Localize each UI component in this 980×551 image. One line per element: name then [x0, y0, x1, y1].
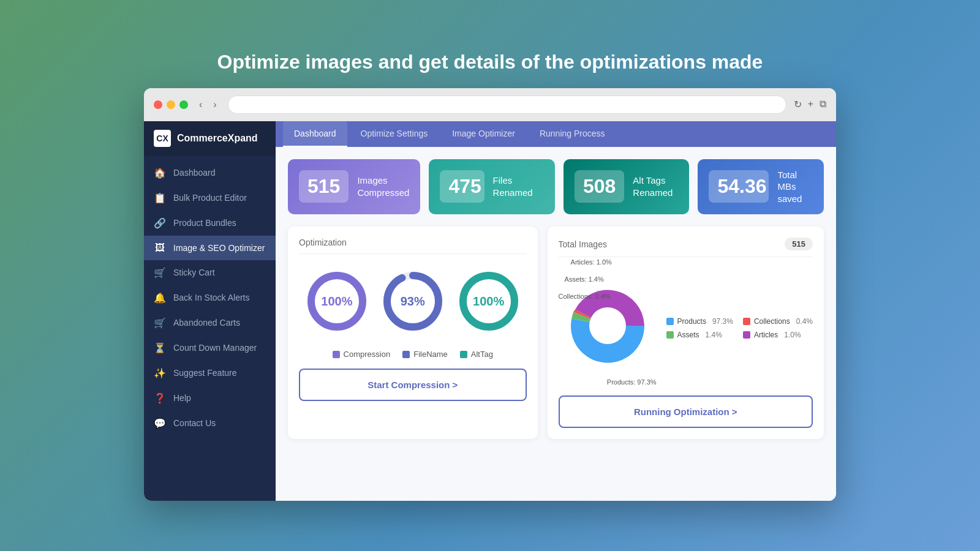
compression-percent: 100% — [321, 294, 352, 309]
sidebar-icon-product-bundles: 🔗 — [154, 217, 166, 229]
sidebar-label-bulk-product-editor: Bulk Product Editor — [173, 193, 247, 203]
running-optimization-row: Running Optimization > — [559, 395, 813, 428]
assets-dot — [666, 331, 674, 339]
sidebar-item-help[interactable]: ❓ Help — [144, 386, 276, 411]
optimization-chart-title: Optimization — [299, 238, 527, 254]
traffic-lights — [154, 100, 188, 109]
nav-buttons: ‹ › — [195, 98, 221, 111]
articles-dot — [743, 331, 750, 339]
compression-legend-label: Compression — [344, 350, 391, 359]
legend-collections: Collections 0.4% — [743, 317, 813, 326]
articles-legend-value: 1.0% — [784, 331, 801, 339]
stat-label-alt-tags-renamed: Alt TagsRenamed — [633, 174, 673, 198]
tab-image-optimizer[interactable]: Image Optimizer — [441, 121, 526, 147]
tab-optimize-settings[interactable]: Optimize Settings — [350, 121, 439, 147]
total-images-title: Total Images — [559, 239, 607, 249]
sidebar-item-countdown-manager[interactable]: ⏳ Count Down Manager — [144, 335, 276, 361]
sidebar-label-countdown-manager: Count Down Manager — [173, 343, 257, 353]
sidebar-label-sticky-cart: Sticky Cart — [173, 268, 215, 277]
stat-number-alt-tags-renamed: 508 — [575, 170, 624, 203]
pie-content: Articles: 1.0% Assets: 1.4% Collections:… — [559, 264, 813, 386]
start-compression-row: Start Compression > — [299, 369, 527, 401]
stat-number-total-mbs-saved: 54.36 — [709, 170, 769, 203]
products-dot — [666, 318, 674, 325]
tabs-bar: DashboardOptimize SettingsImage Optimize… — [276, 121, 836, 147]
pie-hole — [589, 307, 626, 344]
sidebar-icon-bulk-product-editor: 📋 — [154, 192, 166, 204]
sidebar-nav: 🏠 Dashboard 📋 Bulk Product Editor 🔗 Prod… — [144, 156, 276, 501]
app-logo: CX CommerceXpand — [144, 121, 276, 156]
chart-area: 100% 93% — [299, 261, 527, 341]
legend-compression: Compression — [333, 350, 391, 359]
close-button[interactable] — [154, 100, 162, 109]
stat-card-files-renamed: 475 Files Renamed — [429, 159, 555, 215]
sidebar-item-image-seo-optimizer[interactable]: 🖼 Image & SEO Optimizer — [144, 236, 276, 260]
sidebar-item-sticky-cart[interactable]: 🛒 Sticky Cart — [144, 260, 276, 285]
assets-legend-value: 1.4% — [706, 331, 722, 339]
sidebar-item-suggest-feature[interactable]: ✨ Suggest Feature — [144, 361, 276, 386]
back-button[interactable]: ‹ — [195, 98, 206, 111]
total-images-card: Total Images 515 Articles: 1.0% Assets: … — [548, 227, 824, 439]
alttag-donut: 100% — [455, 268, 522, 335]
pie-legend-area: Products 97.3% Collections 0.4% — [666, 311, 813, 339]
stat-card-images-compressed: 515 ImagesCompressed — [288, 159, 420, 215]
charts-row: Optimization 100% — [288, 227, 824, 439]
compression-donut: 100% — [303, 268, 371, 335]
stat-label-images-compressed: ImagesCompressed — [357, 174, 409, 198]
forward-button[interactable]: › — [209, 98, 220, 111]
app-name: CommerceXpand — [177, 133, 258, 144]
collections-legend-label: Collections — [754, 317, 790, 326]
alttag-percent: 100% — [473, 294, 504, 309]
stats-row: 515 ImagesCompressed 475 Files Renamed 5… — [288, 159, 824, 215]
optimization-chart-card: Optimization 100% — [288, 227, 538, 439]
filename-legend-dot — [402, 351, 410, 358]
sidebar-icon-sticky-cart: 🛒 — [154, 267, 166, 279]
assets-legend-label: Assets — [677, 331, 699, 339]
legend-filename: FileName — [402, 350, 448, 359]
stat-label-files-renamed: Files Renamed — [493, 174, 544, 198]
sidebar-label-abandoned-carts: Abandoned Carts — [173, 318, 240, 328]
filename-percent: 93% — [401, 294, 425, 309]
products-label-floating: Products: 97.3% — [559, 378, 657, 386]
address-bar[interactable] — [228, 96, 786, 114]
collections-dot — [743, 318, 750, 325]
sidebar-label-product-bundles: Product Bundles — [173, 218, 236, 228]
chart-legend: Compression FileName AltTag — [299, 350, 527, 359]
sidebar-icon-countdown-manager: ⏳ — [154, 342, 166, 354]
page-headline: Optimize images and get details of the o… — [217, 51, 763, 73]
new-tab-icon[interactable]: + — [808, 99, 813, 110]
sidebar: CX CommerceXpand 🏠 Dashboard 📋 Bulk Prod… — [144, 121, 276, 501]
collections-label: Collections: 0.4% — [559, 293, 611, 300]
sidebar-item-back-in-stock[interactable]: 🔔 Back In Stock Alerts — [144, 285, 276, 310]
windows-icon[interactable]: ⧉ — [820, 99, 826, 110]
articles-legend-label: Articles — [754, 331, 778, 339]
dashboard-content: 515 ImagesCompressed 475 Files Renamed 5… — [276, 147, 836, 501]
browser-window: ‹ › ↻ + ⧉ CX CommerceXpand 🏠 Dashboard 📋… — [144, 88, 836, 501]
sidebar-label-image-seo-optimizer: Image & SEO Optimizer — [173, 243, 265, 253]
sidebar-item-dashboard[interactable]: 🏠 Dashboard — [144, 160, 276, 186]
sidebar-label-contact-us: Contact Us — [173, 418, 216, 428]
tab-running-process[interactable]: Running Process — [529, 121, 616, 147]
stat-label-total-mbs-saved: Total MBssaved — [777, 169, 813, 205]
stat-card-alt-tags-renamed: 508 Alt TagsRenamed — [564, 159, 690, 215]
filename-donut: 93% — [379, 268, 447, 335]
refresh-icon[interactable]: ↻ — [794, 99, 802, 110]
running-optimization-button[interactable]: Running Optimization > — [559, 395, 813, 428]
stat-number-files-renamed: 475 — [440, 170, 484, 203]
browser-body: CX CommerceXpand 🏠 Dashboard 📋 Bulk Prod… — [144, 121, 836, 501]
sidebar-icon-back-in-stock: 🔔 — [154, 292, 166, 304]
sidebar-item-contact-us[interactable]: 💬 Contact Us — [144, 411, 276, 436]
maximize-button[interactable] — [179, 100, 188, 109]
sidebar-label-suggest-feature: Suggest Feature — [173, 368, 237, 378]
start-compression-button[interactable]: Start Compression > — [299, 369, 527, 401]
filename-legend-label: FileName — [413, 350, 448, 359]
sidebar-item-product-bundles[interactable]: 🔗 Product Bundles — [144, 211, 276, 236]
stat-card-total-mbs-saved: 54.36 Total MBssaved — [698, 159, 824, 215]
sidebar-item-bulk-product-editor[interactable]: 📋 Bulk Product Editor — [144, 186, 276, 211]
tab-dashboard[interactable]: Dashboard — [283, 121, 347, 147]
minimize-button[interactable] — [167, 100, 175, 109]
sidebar-item-abandoned-carts[interactable]: 🛒 Abandoned Carts — [144, 310, 276, 335]
browser-chrome: ‹ › ↻ + ⧉ — [144, 88, 836, 121]
assets-label: Assets: 1.4% — [565, 276, 604, 283]
pie-svg — [559, 277, 657, 375]
